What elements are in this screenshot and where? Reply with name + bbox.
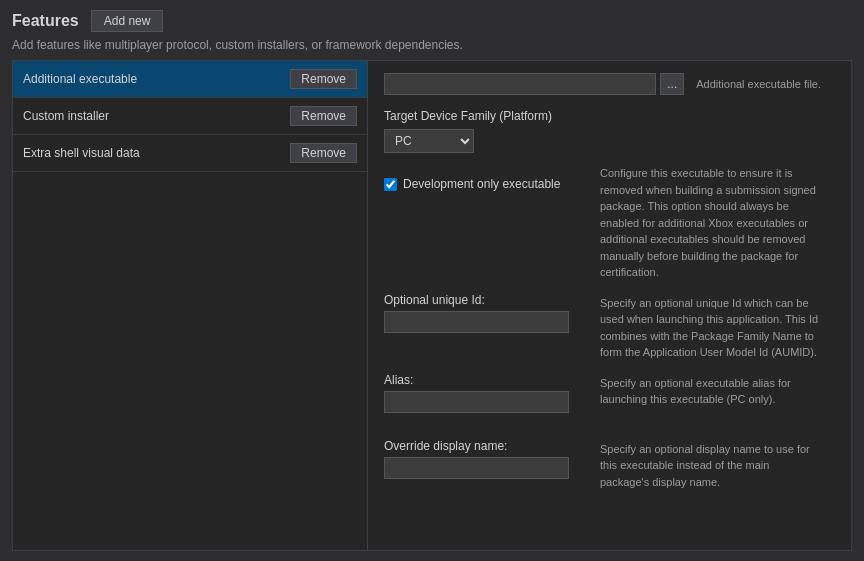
optional-id-section: Optional unique Id: Specify an optional … bbox=[384, 293, 821, 361]
right-panel: ... Additional executable file. Target D… bbox=[368, 61, 851, 550]
dev-only-label[interactable]: Development only executable bbox=[403, 177, 560, 191]
browse-button[interactable]: ... bbox=[660, 73, 684, 95]
add-new-button[interactable]: Add new bbox=[91, 10, 164, 32]
optional-id-label: Optional unique Id: bbox=[384, 293, 584, 307]
target-device-section: Target Device Family (Platform) PC Xbox … bbox=[384, 109, 821, 153]
target-device-select[interactable]: PC Xbox Desktop bbox=[384, 129, 474, 153]
override-display-name-section: Override display name: Specify an option… bbox=[384, 439, 821, 493]
optional-id-input[interactable] bbox=[384, 311, 569, 333]
dev-only-desc: Configure this executable to ensure it i… bbox=[600, 163, 821, 281]
page-title: Features bbox=[12, 12, 79, 30]
features-page: Features Add new Add features like multi… bbox=[0, 0, 864, 561]
main-content: Additional executable Remove Custom inst… bbox=[12, 60, 852, 551]
alias-desc: Specify an optional executable alias for… bbox=[600, 373, 821, 427]
alias-form-col: Alias: bbox=[384, 373, 584, 427]
override-display-name-label: Override display name: bbox=[384, 439, 584, 453]
override-display-name-input[interactable] bbox=[384, 457, 569, 479]
target-device-label: Target Device Family (Platform) bbox=[384, 109, 821, 123]
right-content: ... Additional executable file. Target D… bbox=[368, 61, 851, 517]
dev-only-checkbox-row: Development only executable bbox=[384, 177, 584, 191]
feature-item-label: Additional executable bbox=[23, 72, 137, 86]
dev-only-section: Development only executable Configure th… bbox=[384, 163, 821, 281]
alias-label: Alias: bbox=[384, 373, 584, 387]
remove-additional-executable-button[interactable]: Remove bbox=[290, 69, 357, 89]
override-display-name-desc: Specify an optional display name to use … bbox=[600, 439, 821, 493]
features-list: Additional executable Remove Custom inst… bbox=[13, 61, 368, 550]
feature-item-additional-executable[interactable]: Additional executable Remove bbox=[13, 61, 367, 98]
dev-only-checkbox[interactable] bbox=[384, 178, 397, 191]
feature-item-custom-installer[interactable]: Custom installer Remove bbox=[13, 98, 367, 135]
file-path-input[interactable] bbox=[384, 73, 656, 95]
alias-group: Alias: bbox=[384, 373, 584, 413]
page-subtitle: Add features like multiplayer protocol, … bbox=[12, 38, 852, 52]
remove-custom-installer-button[interactable]: Remove bbox=[290, 106, 357, 126]
remove-extra-shell-button[interactable]: Remove bbox=[290, 143, 357, 163]
optional-id-group: Optional unique Id: bbox=[384, 293, 584, 333]
page-header: Features Add new bbox=[12, 10, 852, 32]
alias-input[interactable] bbox=[384, 391, 569, 413]
file-desc: Additional executable file. bbox=[696, 78, 821, 90]
optional-id-desc: Specify an optional unique Id which can … bbox=[600, 293, 821, 361]
override-display-name-group: Override display name: bbox=[384, 439, 584, 479]
feature-item-extra-shell[interactable]: Extra shell visual data Remove bbox=[13, 135, 367, 172]
alias-section: Alias: Specify an optional executable al… bbox=[384, 373, 821, 427]
override-display-name-form-col: Override display name: bbox=[384, 439, 584, 493]
dev-only-form-col: Development only executable bbox=[384, 163, 584, 281]
feature-item-label: Custom installer bbox=[23, 109, 109, 123]
file-row: ... Additional executable file. bbox=[384, 73, 821, 95]
optional-id-form-col: Optional unique Id: bbox=[384, 293, 584, 361]
feature-item-label: Extra shell visual data bbox=[23, 146, 140, 160]
